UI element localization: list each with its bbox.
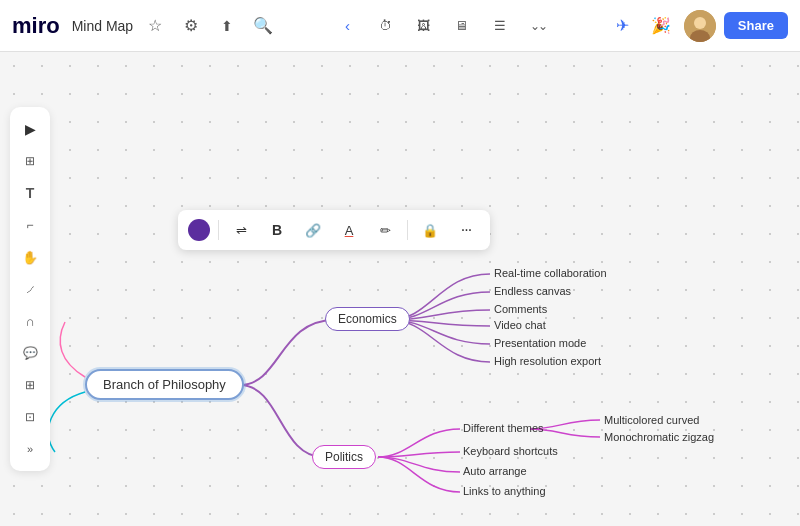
text-color-icon[interactable]: A [335,216,363,244]
board-name: Mind Map [72,18,133,34]
more-tools[interactable]: » [16,435,44,463]
hand-tool[interactable]: ✋ [16,243,44,271]
align-icon[interactable]: ⇌ [227,216,255,244]
nav-prev-icon[interactable]: ‹ [332,10,364,42]
sticky-tool[interactable]: ⌐ [16,211,44,239]
pen-icon[interactable]: ✏ [371,216,399,244]
canvas: Branch of Philosophy Economics Real-time… [0,52,800,526]
cursor-icon[interactable]: ✈ [608,11,638,41]
image-icon[interactable]: 🖼 [408,10,440,42]
frame-tool[interactable]: ⊞ [16,147,44,175]
share-button[interactable]: Share [724,12,788,39]
formatting-toolbar: ⇌ B 🔗 A ✏ 🔒 ··· [178,210,490,250]
table-tool[interactable]: ⊞ [16,371,44,399]
lock-icon[interactable]: 🔒 [416,216,444,244]
timer-icon[interactable]: ⏱ [370,10,402,42]
party-icon[interactable]: 🎉 [646,11,676,41]
comment-tool[interactable]: 💬 [16,339,44,367]
toolbar-divider-1 [218,220,219,240]
shape-tool[interactable]: ∩ [16,307,44,335]
more-icon[interactable]: ⌄⌄ [522,10,554,42]
menu-icon[interactable]: ☰ [484,10,516,42]
center-tools: ‹ ⏱ 🖼 🖥 ☰ ⌄⌄ [332,10,554,42]
text-tool[interactable]: T [16,179,44,207]
topbar: miro Mind Map ☆ ⚙ ⬆ 🔍 ‹ ⏱ 🖼 🖥 ☰ ⌄⌄ ✈ 🎉 S… [0,0,800,52]
right-tools: ✈ 🎉 Share [608,10,788,42]
app-logo: miro [12,13,60,39]
mindmap-svg [0,52,800,526]
svg-point-1 [694,17,706,29]
select-tool[interactable]: ▶ [16,115,44,143]
color-picker[interactable] [188,219,210,241]
more-options-icon[interactable]: ··· [452,216,480,244]
bold-icon[interactable]: B [263,216,291,244]
left-sidebar: ▶ ⊞ T ⌐ ✋ ⟋ ∩ 💬 ⊞ ⊡ » [10,107,50,471]
link-icon[interactable]: 🔗 [299,216,327,244]
toolbar-divider-2 [407,220,408,240]
screen-icon[interactable]: 🖥 [446,10,478,42]
search-icon[interactable]: 🔍 [249,12,277,40]
share-upload-icon[interactable]: ⬆ [213,12,241,40]
settings-icon[interactable]: ⚙ [177,12,205,40]
avatar[interactable] [684,10,716,42]
star-icon[interactable]: ☆ [141,12,169,40]
pen-tool[interactable]: ⟋ [16,275,44,303]
grid-tool[interactable]: ⊡ [16,403,44,431]
